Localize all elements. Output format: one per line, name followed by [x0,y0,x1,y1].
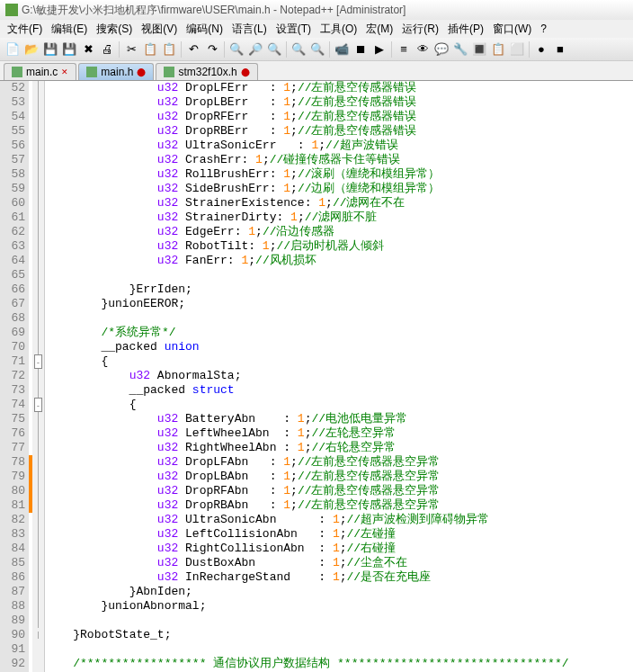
fold-toggle[interactable]: - [34,398,42,412]
toolbar-button[interactable]: ↶ [184,40,202,58]
code-editor[interactable]: 5253545556575859606162636465666768697071… [0,81,633,672]
tab-close-icon[interactable]: ⬤ [137,67,146,76]
code-line[interactable]: }unionAbnormal; [45,599,633,614]
toolbar-button[interactable]: ✖ [79,40,97,58]
code-line[interactable]: u32 DustBoxAbn : 1;//尘盒不在 [45,556,633,570]
code-line[interactable]: u32 RightCollisionAbn : 1;//右碰撞 [45,542,633,556]
toolbar-separator [286,41,287,58]
toolbar-button[interactable]: ⬜ [508,40,526,58]
code-line[interactable]: /*系统异常*/ [45,326,633,340]
file-tab[interactable]: main.c✕ [4,63,76,80]
code-line[interactable]: __packed struct [45,383,633,398]
toolbar-button[interactable]: 📋 [141,40,159,58]
toolbar-button[interactable]: 🔍 [290,40,308,58]
file-tab[interactable]: stm32f10x.h⬤ [156,63,257,80]
toolbar-separator [119,41,120,58]
code-line[interactable]: u32 DropLFErr : 1;//左前悬空传感器错误 [45,81,633,95]
code-line[interactable]: { [45,398,633,412]
code-line[interactable]: u32 UltraSonicAbn : 1;//超声波检测到障碍物异常 [45,513,633,527]
toolbar-button[interactable]: 🔎 [246,40,264,58]
code-line[interactable]: u32 DropRFErr : 1;//左前悬空传感器错误 [45,110,633,124]
menu-item[interactable]: 编辑(E) [48,21,91,38]
toolbar-button[interactable]: ↷ [203,40,221,58]
toolbar-button[interactable]: 📋 [489,40,507,58]
menu-item[interactable]: 编码(N) [183,21,227,38]
code-line[interactable]: u32 RobotTilt: 1;//启动时机器人倾斜 [45,239,633,254]
menu-item[interactable]: 视图(V) [138,21,181,38]
menu-item[interactable]: 窗口(W) [489,21,535,38]
code-line[interactable]: u32 StrainerExistence: 1;//滤网在不在 [45,196,633,211]
code-line[interactable]: }RobotState_t; [45,628,633,642]
menu-item[interactable]: 文件(F) [4,21,46,38]
toolbar-button[interactable]: 📂 [22,40,40,58]
menu-item[interactable]: 宏(M) [362,21,397,38]
app-icon [5,4,18,16]
menu-item[interactable]: 工具(O) [316,21,361,38]
toolbar-separator [329,41,330,58]
code-line[interactable]: u32 BatteryAbn : 1;//电池低电量异常 [45,412,633,426]
fold-toggle[interactable]: - [34,354,42,369]
code-line[interactable]: u32 StrainerDirty: 1;//滤网脏不脏 [45,211,633,225]
code-line[interactable]: }ErrIden; [45,282,633,297]
code-line[interactable] [45,311,633,326]
toolbar-button[interactable]: ≡ [395,40,413,58]
toolbar-button[interactable]: 📹 [333,40,351,58]
file-tab[interactable]: main.h⬤ [78,63,154,80]
toolbar-button[interactable]: 🔍 [308,40,326,58]
tab-close-icon[interactable]: ✕ [61,67,68,76]
code-line[interactable]: u32 AbnormalSta; [45,369,633,383]
toolbar-button[interactable]: ✂ [122,40,140,58]
toolbar-button[interactable]: 🔳 [470,40,488,58]
menu-item[interactable]: 搜索(S) [93,21,136,38]
code-line[interactable]: u32 RollBrushErr: 1;//滚刷（缠绕和模组异常） [45,167,633,182]
code-line[interactable]: u32 DropRFAbn : 1;//左前悬空传感器悬空异常 [45,484,633,498]
tab-label: main.c [26,66,58,78]
menu-item[interactable]: 运行(R) [398,21,442,38]
code-line[interactable]: u32 CrashErr: 1;//碰撞传感器卡住等错误 [45,153,633,167]
menu-item[interactable]: ? [537,22,550,36]
code-line[interactable] [45,614,633,628]
toolbar-button[interactable]: 🖨 [98,40,116,58]
menu-item[interactable]: 语言(L) [228,21,271,38]
toolbar-button[interactable]: 💬 [432,40,450,58]
code-line[interactable]: u32 DropLFAbn : 1;//左前悬空传感器悬空异常 [45,455,633,470]
code-line[interactable]: u32 EdgeErr: 1;//沿边传感器 [45,225,633,239]
toolbar-button[interactable]: ● [532,40,550,58]
code-line[interactable]: u32 DropLBErr : 1;//左前悬空传感器错误 [45,95,633,110]
code-line[interactable]: u32 LeftWheelAbn : 1;//左轮悬空异常 [45,426,633,441]
toolbar-button[interactable]: 💾 [41,40,59,58]
code-line[interactable] [45,268,633,282]
file-icon [86,67,97,77]
code-line[interactable]: u32 FanErr: 1;//风机损坏 [45,254,633,268]
toolbar-button[interactable]: ▶ [370,40,388,58]
toolbar-button[interactable]: 🔍 [227,40,245,58]
toolbar-button[interactable]: ■ [551,40,569,58]
code-line[interactable]: /****************** 通信协议用户数据结构 *********… [45,657,633,671]
code-line[interactable]: u32 InRechargeStand : 1;//是否在充电座 [45,570,633,585]
fold-column[interactable]: -- [32,81,45,672]
toolbar-button[interactable]: 👁 [414,40,432,58]
code-line[interactable]: u32 DropRBErr : 1;//左前悬空传感器错误 [45,124,633,139]
file-icon [12,67,22,77]
code-line[interactable]: u32 LeftCollisionAbn : 1;//左碰撞 [45,527,633,542]
toolbar-button[interactable]: 💾 [60,40,78,58]
code-line[interactable]: __packed union [45,340,633,354]
code-line[interactable]: u32 DropLBAbn : 1;//左前悬空传感器悬空异常 [45,470,633,484]
code-line[interactable]: u32 RightWheelAbn : 1;//右轮悬空异常 [45,441,633,455]
toolbar-button[interactable]: ⏹ [352,40,370,58]
toolbar-button[interactable]: 📄 [4,40,22,58]
tab-close-icon[interactable]: ⬤ [241,67,250,76]
code-area[interactable]: u32 DropLFErr : 1;//左前悬空传感器错误 u32 DropLB… [45,81,633,672]
code-line[interactable] [45,642,633,657]
code-line[interactable]: u32 DropRBAbn : 1;//左前悬空传感器悬空异常 [45,498,633,513]
code-line[interactable]: u32 UltraSonicErr : 1;//超声波错误 [45,139,633,153]
toolbar-button[interactable]: 🔍 [265,40,283,58]
toolbar-button[interactable]: 🔧 [451,40,469,58]
code-line[interactable]: { [45,354,633,369]
toolbar-button[interactable]: 📋 [160,40,178,58]
menu-item[interactable]: 插件(P) [444,21,487,38]
code-line[interactable]: u32 SideBrushErr: 1;//边刷（缠绕和模组异常） [45,182,633,196]
code-line[interactable]: }unionEEROR; [45,297,633,311]
menu-item[interactable]: 设置(T) [272,21,315,38]
code-line[interactable]: }AbnIden; [45,585,633,599]
